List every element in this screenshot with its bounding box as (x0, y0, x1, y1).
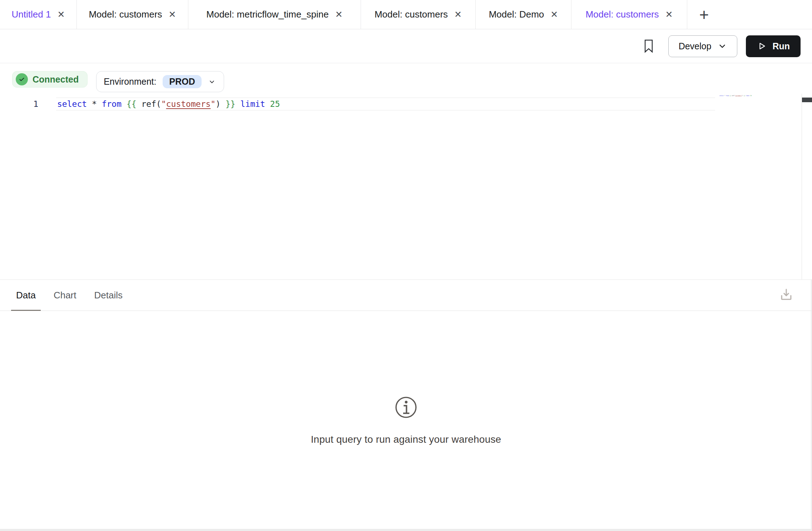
run-button[interactable]: Run (746, 35, 801, 57)
code-token: }} (226, 99, 236, 109)
tab-details-label: Details (94, 290, 123, 301)
results-panel-body: Input query to run against your warehous… (0, 311, 812, 529)
tab-details[interactable]: Details (94, 280, 123, 311)
tab-model-customers-2[interactable]: Model: customers ✕ (361, 0, 476, 29)
play-icon (757, 41, 767, 51)
empty-state-message: Input query to run against your warehous… (311, 434, 501, 445)
code-token: * (92, 99, 97, 109)
connected-check-icon (16, 73, 28, 85)
line-number: 1 (0, 98, 38, 110)
code-token: ) (216, 99, 221, 109)
download-icon (778, 287, 794, 303)
plus-icon: + (699, 6, 709, 23)
editor-minimap[interactable]: select * from {{ ref("customers") }} lim… (719, 95, 752, 96)
tab-label: Model: customers (585, 9, 659, 20)
environment-value-chip: PROD (163, 75, 201, 88)
bookmark-icon (643, 39, 655, 53)
code-token: ref( (141, 99, 161, 109)
editor-scrollbar-thumb[interactable] (802, 98, 812, 102)
code-token: limit (241, 99, 265, 109)
toolbar: Develop Run (0, 29, 812, 63)
new-tab-button[interactable]: + (687, 0, 721, 29)
tab-chart[interactable]: Chart (54, 280, 76, 311)
tab-model-metricflow-time-spine[interactable]: Model: metricflow_time_spine ✕ (188, 0, 361, 29)
tab-model-customers-3[interactable]: Model: customers ✕ (571, 0, 687, 29)
connection-status-badge: Connected (12, 71, 88, 88)
editor-scrollbar (802, 94, 812, 279)
bookmark-button[interactable] (643, 39, 655, 53)
results-panel-header: Data Chart Details (0, 279, 812, 311)
code-token: " (161, 99, 166, 109)
close-tab-icon[interactable]: ✕ (335, 10, 343, 19)
tab-label: Untitled 1 (12, 9, 51, 20)
tab-data[interactable]: Data (16, 280, 36, 311)
develop-button-label: Develop (679, 41, 712, 51)
close-tab-icon[interactable]: ✕ (169, 10, 176, 19)
close-tab-icon[interactable]: ✕ (57, 10, 65, 19)
code-token: from (102, 99, 122, 109)
tab-label: Model: metricflow_time_spine (206, 9, 328, 20)
editor-status-row: Connected Environment: PROD (12, 71, 224, 92)
info-icon (394, 395, 418, 420)
tab-label: Model: customers (89, 9, 162, 20)
download-results-button[interactable] (778, 287, 794, 304)
close-tab-icon[interactable]: ✕ (550, 10, 558, 19)
environment-label: Environment: (104, 76, 156, 87)
tab-chart-label: Chart (54, 290, 76, 301)
panel-right-scrollbar-track (811, 280, 812, 529)
code-token: 25 (270, 99, 280, 109)
sql-editor: Connected Environment: PROD 1 select * f… (0, 63, 812, 279)
connection-status-label: Connected (33, 74, 79, 85)
tab-untitled-1[interactable]: Untitled 1 ✕ (0, 0, 77, 29)
chevron-down-icon (718, 41, 727, 51)
code-editor-line[interactable]: select * from {{ ref("customers") }} lim… (57, 98, 280, 110)
environment-dropdown[interactable]: Environment: PROD (96, 71, 224, 92)
tab-model-demo[interactable]: Model: Demo ✕ (476, 0, 571, 29)
code-token: customers (166, 99, 211, 109)
tab-label: Model: customers (375, 9, 448, 20)
tab-data-label: Data (16, 290, 36, 301)
code-token: select (57, 99, 87, 109)
code-token: " (211, 99, 216, 109)
tab-label: Model: Demo (489, 9, 544, 20)
horizontal-scrollbar-track[interactable] (0, 529, 812, 531)
editor-tab-bar: Untitled 1 ✕ Model: customers ✕ Model: m… (0, 0, 812, 29)
close-tab-icon[interactable]: ✕ (454, 10, 462, 19)
chevron-down-icon (208, 78, 216, 86)
tab-model-customers-1[interactable]: Model: customers ✕ (77, 0, 188, 29)
develop-button[interactable]: Develop (668, 35, 738, 57)
code-token: {{ (127, 99, 137, 109)
run-button-label: Run (772, 41, 790, 51)
close-tab-icon[interactable]: ✕ (665, 10, 673, 19)
ide-window: Untitled 1 ✕ Model: customers ✕ Model: m… (0, 0, 812, 531)
